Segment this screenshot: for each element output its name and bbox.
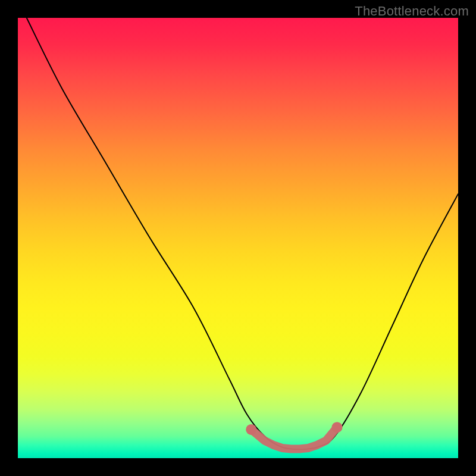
optimal-range-marker — [246, 422, 342, 449]
watermark-text: TheBottleneck.com — [355, 4, 469, 19]
svg-point-1 — [332, 422, 343, 433]
curve-overlay — [18, 18, 458, 458]
bottleneck-curve — [27, 18, 458, 449]
svg-point-0 — [246, 424, 256, 435]
chart-frame: TheBottleneck.com — [0, 0, 476, 476]
plot-area — [18, 18, 458, 458]
